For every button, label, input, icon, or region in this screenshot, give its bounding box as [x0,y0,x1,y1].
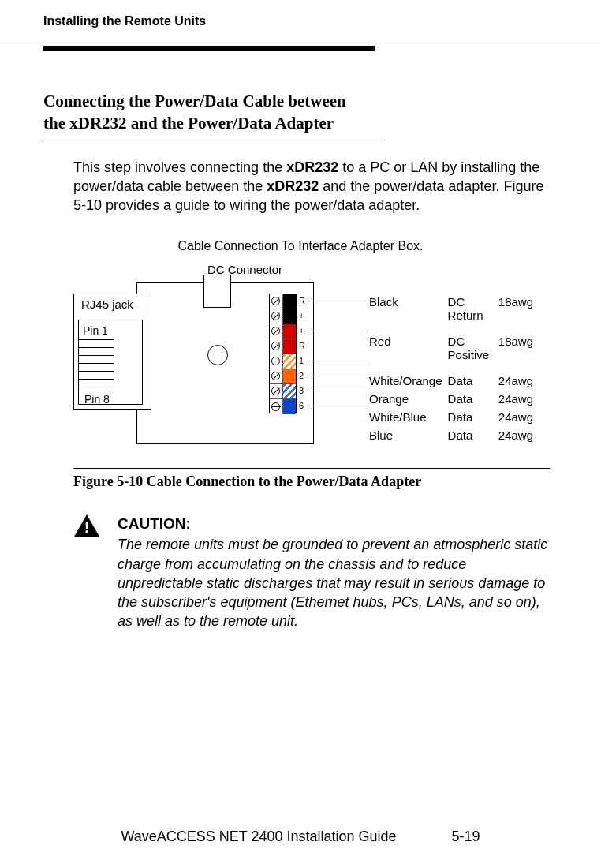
wire-color: Black [369,293,448,324]
wire [307,406,368,406]
table-row: OrangeData24awg [369,390,539,408]
rj45-label: RJ45 jack [81,297,133,311]
terminal-letter: 2 [299,371,304,380]
terminal-row [270,399,296,414]
terminal-letter: 3 [299,386,304,395]
wire-signal: Data [448,426,498,444]
wire-gauge: 24awg [498,408,539,426]
wire-gauge: 24awg [498,372,539,390]
para-text: This step involves connecting the [73,159,286,175]
svg-text:!: ! [84,518,90,536]
wire [307,376,368,376]
figure-caption: Figure 5-10 Cable Connection to the Powe… [73,473,558,490]
terminal-block [269,294,297,413]
wire-signal: DC Positive [448,332,498,364]
figure-rule [73,468,550,469]
wire-gauge: 18awg [498,293,539,324]
caution-body: The remote units must be grounded to pre… [118,535,550,630]
table-row: White/BlueData24awg [369,408,539,426]
figure: DC Connector RJ45 jack Pin 1 Pin 8 [73,263,558,448]
terminal-row [270,294,296,309]
section-title-line1: Connecting the Power/Data Cable between [43,92,346,110]
wire [307,301,368,301]
terminal-row [270,369,296,384]
wire-signal: DC Return [448,293,498,324]
pin-line [79,379,114,380]
wire-color: Orange [369,390,448,408]
terminal-row [270,324,296,339]
wire-color: White/Blue [369,408,448,426]
wire-signal: Data [448,372,498,390]
wire-gauge: 24awg [498,426,539,444]
pin-line [79,339,114,340]
wire-signal: Data [448,408,498,426]
content-area: Connecting the Power/Data Cable between … [0,51,601,631]
pin8-label: Pin 8 [84,393,110,406]
caution-label: CAUTION: [118,514,550,534]
terminal-letter: + [299,311,304,320]
pin-line [79,355,114,356]
pin1-label: Pin 1 [83,324,108,337]
footer-doc-title: WaveACCESS NET 2400 Installation Guide [121,829,396,845]
section-title-rule [43,140,383,140]
table-row: BlueData24awg [369,426,539,444]
caution-icon: ! [73,514,100,537]
wire-gauge: 18awg [498,332,539,364]
hole-circle [207,345,228,365]
wiring-table: BlackDC Return18awg RedDC Positive18awg … [369,293,539,444]
pin-line [79,363,114,364]
pin-line [79,371,114,372]
wire-signal: Data [448,390,498,408]
caution-text: CAUTION: The remote units must be ground… [118,514,550,631]
header-rule [0,43,601,43]
terminal-letter: 1 [299,356,304,365]
dc-connector-box [203,275,231,308]
section-title: Connecting the Power/Data Cable between … [43,90,558,135]
wiring-diagram: DC Connector RJ45 jack Pin 1 Pin 8 [73,263,539,448]
wire [307,391,368,391]
terminal-letter: R [299,341,305,350]
table-row: RedDC Positive18awg [369,332,539,364]
terminal-letter: 6 [299,401,304,410]
terminal-letter: R [299,296,305,305]
para-bold-1: xDR232 [286,159,338,175]
wire [307,331,368,331]
terminal-row [270,384,296,399]
table-row: White/OrangeData24awg [369,372,539,390]
wire-gauge: 24awg [498,390,539,408]
terminal-row [270,339,296,354]
section-paragraph: This step involves connecting the xDR232… [73,158,550,215]
page-header: Installing the Remote Units [0,0,601,28]
terminal-row [270,309,296,324]
wire-color: White/Orange [369,372,448,390]
wire-color: Red [369,332,448,364]
wire-color: Blue [369,426,448,444]
page-footer: WaveACCESS NET 2400 Installation Guide 5… [0,829,601,845]
terminal-row [270,354,296,369]
pin-line [79,347,114,348]
terminal-letter: + [299,326,304,335]
wire [307,361,368,361]
footer-page-number: 5-19 [452,829,480,845]
caution-block: ! CAUTION: The remote units must be grou… [73,514,550,631]
pin-line [79,387,114,387]
section-title-line2: the xDR232 and the Power/Data Adapter [43,114,334,133]
figure-top-caption: Cable Connection To Interface Adapter Bo… [43,239,558,253]
para-bold-2: xDR232 [267,178,319,194]
table-row: BlackDC Return18awg [369,293,539,324]
